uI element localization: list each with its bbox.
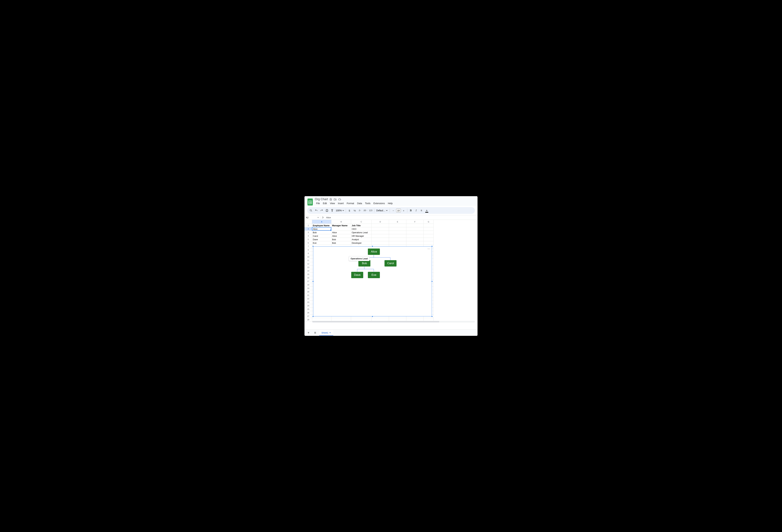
row-header[interactable]: 8 bbox=[305, 248, 312, 252]
row-header[interactable]: 21 bbox=[305, 294, 312, 297]
row-header[interactable]: 14 bbox=[305, 269, 312, 273]
cell[interactable]: Alice bbox=[312, 227, 331, 231]
bold-button[interactable]: B bbox=[408, 208, 413, 213]
row-header[interactable]: 24 bbox=[305, 304, 312, 308]
cell[interactable]: Bob bbox=[312, 231, 331, 234]
cell[interactable] bbox=[372, 231, 389, 234]
cell[interactable] bbox=[331, 227, 351, 231]
column-header[interactable]: F bbox=[406, 220, 424, 224]
cell[interactable] bbox=[389, 241, 406, 245]
row-header[interactable]: 20 bbox=[305, 290, 312, 294]
cell[interactable] bbox=[389, 227, 406, 231]
currency-icon[interactable]: $ bbox=[347, 208, 352, 213]
zoom-select[interactable]: 100% bbox=[335, 209, 345, 212]
row-header[interactable]: 6 bbox=[305, 241, 312, 245]
cell[interactable] bbox=[424, 224, 434, 227]
cell[interactable] bbox=[424, 241, 434, 245]
select-all-corner[interactable] bbox=[305, 220, 312, 224]
add-sheet-button[interactable]: + bbox=[306, 330, 311, 336]
row-header[interactable]: 15 bbox=[305, 273, 312, 276]
menu-edit[interactable]: Edit bbox=[322, 201, 328, 205]
cell[interactable] bbox=[406, 234, 424, 238]
decrease-fontsize-button[interactable]: − bbox=[391, 208, 396, 213]
cell[interactable] bbox=[372, 227, 389, 231]
all-sheets-button[interactable]: ≡ bbox=[313, 330, 318, 336]
decrease-decimal-icon[interactable]: .0← bbox=[358, 208, 362, 213]
row-header[interactable]: 27 bbox=[305, 314, 312, 318]
text-color-button[interactable]: A bbox=[424, 208, 429, 213]
org-node[interactable]: Alice bbox=[368, 249, 380, 255]
row-header[interactable]: 10 bbox=[305, 255, 312, 259]
star-icon[interactable] bbox=[329, 198, 332, 201]
column-header[interactable]: C bbox=[351, 220, 372, 224]
cell[interactable] bbox=[406, 224, 424, 227]
cell[interactable]: Job Title bbox=[351, 224, 372, 227]
row-header[interactable]: 9 bbox=[305, 252, 312, 255]
italic-button[interactable]: I bbox=[414, 208, 419, 213]
cell[interactable]: Analyst bbox=[351, 238, 372, 241]
cell[interactable]: Employee Name bbox=[312, 224, 331, 227]
cell[interactable]: Operations Lead bbox=[351, 231, 372, 234]
cell[interactable] bbox=[406, 227, 424, 231]
cell[interactable]: Manager Name bbox=[331, 224, 351, 227]
menu-data[interactable]: Data bbox=[356, 201, 363, 205]
redo-icon[interactable] bbox=[319, 208, 324, 213]
menu-extensions[interactable]: Extensions bbox=[372, 201, 386, 205]
cell[interactable]: Carol bbox=[312, 234, 331, 238]
cell[interactable] bbox=[389, 234, 406, 238]
cell[interactable] bbox=[424, 234, 434, 238]
row-header[interactable]: 28 bbox=[305, 318, 312, 321]
row-header[interactable]: 13 bbox=[305, 266, 312, 269]
cell[interactable]: Dave bbox=[312, 238, 331, 241]
row-header[interactable]: 23 bbox=[305, 301, 312, 304]
cell[interactable] bbox=[389, 231, 406, 234]
cell[interactable]: Alice bbox=[331, 234, 351, 238]
cell[interactable] bbox=[406, 238, 424, 241]
spreadsheet-grid[interactable]: ABCDEFG 1Employee NameManager NameJob Ti… bbox=[305, 220, 477, 330]
row-header[interactable]: 12 bbox=[305, 262, 312, 266]
menu-insert[interactable]: Insert bbox=[336, 201, 345, 205]
row-header[interactable]: 4 bbox=[305, 234, 312, 238]
menu-format[interactable]: Format bbox=[346, 201, 355, 205]
cell[interactable] bbox=[389, 238, 406, 241]
org-node[interactable]: Dave bbox=[351, 272, 363, 278]
cell[interactable]: Alice bbox=[331, 231, 351, 234]
cell[interactable] bbox=[372, 224, 389, 227]
horizontal-scrollbar[interactable] bbox=[312, 321, 475, 322]
doc-title[interactable]: Org Chart bbox=[315, 197, 328, 201]
move-folder-icon[interactable] bbox=[333, 198, 336, 201]
menu-view[interactable]: View bbox=[329, 201, 336, 205]
row-header[interactable]: 18 bbox=[305, 283, 312, 287]
row-header[interactable]: 7 bbox=[305, 245, 312, 248]
row-header[interactable]: 2 bbox=[305, 227, 312, 231]
cell[interactable] bbox=[406, 231, 424, 234]
menu-help[interactable]: Help bbox=[387, 201, 394, 205]
cloud-status-icon[interactable] bbox=[338, 198, 341, 201]
font-select[interactable]: Defaul… bbox=[376, 209, 389, 212]
org-node[interactable]: Bob bbox=[358, 260, 370, 266]
paint-format-icon[interactable] bbox=[330, 208, 335, 213]
menu-file[interactable]: File bbox=[315, 201, 321, 205]
cell[interactable]: CEO bbox=[351, 227, 372, 231]
column-header[interactable]: A bbox=[312, 220, 331, 224]
row-header[interactable]: 1 bbox=[305, 224, 312, 227]
print-icon[interactable] bbox=[324, 208, 329, 213]
name-box[interactable]: A2 bbox=[305, 216, 320, 219]
column-header[interactable]: B bbox=[331, 220, 351, 224]
row-header[interactable]: 11 bbox=[305, 259, 312, 262]
font-size-input[interactable] bbox=[396, 208, 401, 212]
cell[interactable]: Eve bbox=[312, 241, 331, 245]
cell[interactable] bbox=[372, 241, 389, 245]
undo-icon[interactable] bbox=[314, 208, 319, 213]
cell[interactable]: Bob bbox=[331, 241, 351, 245]
search-icon[interactable] bbox=[309, 208, 314, 213]
cell[interactable]: Developer bbox=[351, 241, 372, 245]
org-chart-embed[interactable]: ⋮ AliceBobCarolDaveEveOperations Lead bbox=[313, 246, 432, 316]
increase-fontsize-button[interactable]: + bbox=[401, 208, 406, 213]
cell[interactable]: HR Manager bbox=[351, 234, 372, 238]
sheet-tab[interactable]: Sheet1 bbox=[319, 330, 333, 336]
column-header[interactable]: E bbox=[389, 220, 406, 224]
row-header[interactable]: 5 bbox=[305, 238, 312, 241]
row-header[interactable]: 22 bbox=[305, 297, 312, 301]
row-header[interactable]: 26 bbox=[305, 311, 312, 314]
